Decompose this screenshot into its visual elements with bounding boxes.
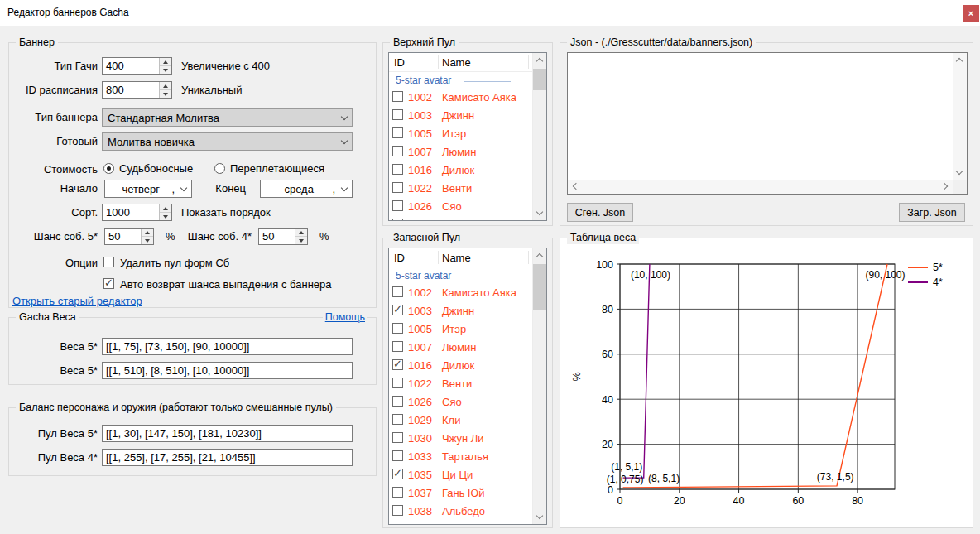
spin-down-button[interactable] — [160, 213, 171, 220]
list-item[interactable]: 1029Кли — [389, 216, 532, 221]
end-day-select[interactable]: среда , — [260, 180, 353, 198]
scroll-down-button[interactable] — [953, 166, 966, 180]
row-checkbox[interactable] — [392, 91, 403, 102]
chance5-input[interactable]: 50 — [104, 228, 154, 245]
list-item[interactable]: 1002Камисато Аяка — [389, 284, 532, 302]
vertical-scrollbar[interactable] — [953, 53, 967, 180]
scroll-up-button[interactable] — [533, 248, 546, 262]
radio-icon[interactable] — [103, 163, 114, 174]
row-checkbox[interactable] — [392, 146, 403, 156]
list-item[interactable]: 1003Джинн — [389, 302, 532, 320]
cost-option-intertwined[interactable]: Переплетающиеся — [214, 162, 324, 175]
spin-up-button[interactable] — [295, 229, 307, 237]
close-button[interactable]: × — [963, 5, 979, 22]
title-bar[interactable]: Редактор баннеров Gacha × — [0, 0, 980, 26]
pool-weights5-input[interactable]: [[1, 30], [147, 150], [181, 10230]] — [102, 425, 353, 442]
list-item[interactable]: 1026Сяо — [389, 198, 532, 216]
list-item[interactable]: 1029Кли — [389, 411, 532, 430]
pool-weights4-input[interactable]: [[1, 255], [17, 255], [21, 10455]] — [102, 449, 353, 466]
auto-return-checkbox[interactable] — [103, 278, 114, 289]
list-item[interactable]: 1016Дилюк — [389, 161, 532, 180]
json-textarea[interactable] — [567, 52, 968, 195]
gacha-type-input[interactable]: 400 — [102, 57, 172, 75]
row-checkbox[interactable] — [392, 182, 403, 193]
remove-pool-checkbox[interactable] — [103, 257, 114, 267]
chance4-value[interactable]: 50 — [259, 229, 295, 244]
scrollbar-thumb[interactable] — [533, 264, 546, 310]
row-checkbox[interactable] — [392, 341, 403, 352]
row-checkbox[interactable] — [392, 109, 403, 120]
list-item[interactable]: 1016Дилюк — [389, 357, 532, 375]
preset-select[interactable]: Молитва новичка — [102, 132, 353, 151]
list-item[interactable]: 1003Джинн — [389, 107, 532, 125]
open-old-editor-link[interactable]: Открыть старый редактор — [12, 295, 142, 307]
list-item[interactable]: 1002Камисато Аяка — [389, 89, 532, 107]
sort-value[interactable]: 1000 — [103, 204, 159, 220]
list-item[interactable]: 1022Венти — [389, 375, 532, 393]
list-item[interactable]: 1005Итэр — [389, 125, 532, 143]
vertical-scrollbar[interactable] — [532, 248, 546, 524]
list-item[interactable]: 1007Люмин — [389, 143, 532, 161]
load-json-button[interactable]: Загр. Json — [899, 203, 965, 222]
weights5-input-1[interactable]: [[1, 75], [73, 150], [90, 10000]] — [102, 338, 353, 355]
row-checkbox[interactable] — [392, 127, 403, 138]
spin-up-button[interactable] — [142, 229, 153, 237]
horizontal-scrollbar[interactable] — [568, 180, 953, 194]
banner-type-select[interactable]: Стандартная Молитва — [102, 108, 353, 127]
scrollbar-thumb[interactable] — [533, 69, 546, 90]
scroll-down-button[interactable] — [533, 206, 546, 220]
start-day-select[interactable]: четверг , — [104, 180, 192, 198]
row-checkbox[interactable] — [392, 378, 403, 388]
cost-option-fate[interactable]: Судьбоносные — [103, 162, 193, 175]
list-item[interactable]: 1035Ци Ци — [389, 466, 532, 484]
schedule-id-value[interactable]: 800 — [103, 82, 159, 98]
scroll-up-button[interactable] — [533, 53, 546, 67]
list-item[interactable]: 1022Венти — [389, 180, 532, 198]
scroll-up-button[interactable] — [953, 53, 966, 67]
chance5-value[interactable]: 50 — [105, 229, 141, 244]
scroll-right-button[interactable] — [939, 180, 953, 193]
reserve-pool-list[interactable]: ID Name 5-star avatar 1002Камисато Аяка1… — [388, 248, 547, 525]
list-item[interactable]: 1033Тарталья — [389, 448, 532, 466]
row-checkbox[interactable] — [392, 286, 403, 297]
spin-down-button[interactable] — [295, 237, 307, 244]
gacha-type-value[interactable]: 400 — [103, 58, 159, 74]
scroll-down-button[interactable] — [533, 510, 546, 524]
column-header-id[interactable]: ID — [394, 252, 405, 264]
spin-up-button[interactable] — [160, 204, 171, 213]
generate-json-button[interactable]: Сген. Json — [567, 203, 633, 222]
row-checkbox[interactable] — [392, 396, 403, 407]
schedule-id-input[interactable]: 800 — [102, 81, 172, 99]
row-checkbox[interactable] — [392, 505, 403, 516]
list-item[interactable]: 1037Гань Юй — [389, 484, 532, 503]
weights5-input-2[interactable]: [[1, 510], [8, 510], [10, 10000]] — [102, 362, 353, 379]
spin-up-button[interactable] — [160, 58, 171, 66]
chance4-input[interactable]: 50 — [258, 228, 308, 245]
row-checkbox[interactable] — [392, 164, 403, 175]
spin-down-button[interactable] — [142, 237, 153, 244]
row-checkbox[interactable] — [392, 414, 403, 425]
scroll-left-button[interactable] — [568, 180, 582, 193]
help-link[interactable]: Помощь — [323, 311, 368, 323]
row-checkbox[interactable] — [392, 323, 403, 334]
spin-down-button[interactable] — [160, 66, 171, 74]
sort-input[interactable]: 1000 — [102, 204, 172, 221]
upper-pool-list[interactable]: ID Name 5-star avatar 1002Камисато Аяка1… — [388, 52, 547, 221]
column-header-id[interactable]: ID — [394, 56, 405, 69]
spin-down-button[interactable] — [160, 90, 171, 98]
list-item[interactable]: 1038Альбедо — [389, 503, 532, 521]
column-header-name[interactable]: Name — [442, 252, 471, 264]
list-item[interactable]: 1030Чжун Ли — [389, 430, 532, 448]
row-checkbox[interactable] — [392, 469, 403, 479]
spin-up-button[interactable] — [160, 82, 171, 90]
list-item[interactable]: 1026Сяо — [389, 393, 532, 411]
row-checkbox[interactable] — [392, 200, 403, 211]
vertical-scrollbar[interactable] — [532, 53, 546, 220]
row-checkbox[interactable] — [392, 305, 403, 315]
row-checkbox[interactable] — [392, 432, 403, 443]
list-item[interactable]: 1007Люмин — [389, 339, 532, 357]
row-checkbox[interactable] — [392, 219, 403, 221]
row-checkbox[interactable] — [392, 450, 403, 461]
row-checkbox[interactable] — [392, 359, 403, 370]
radio-icon[interactable] — [214, 163, 225, 174]
